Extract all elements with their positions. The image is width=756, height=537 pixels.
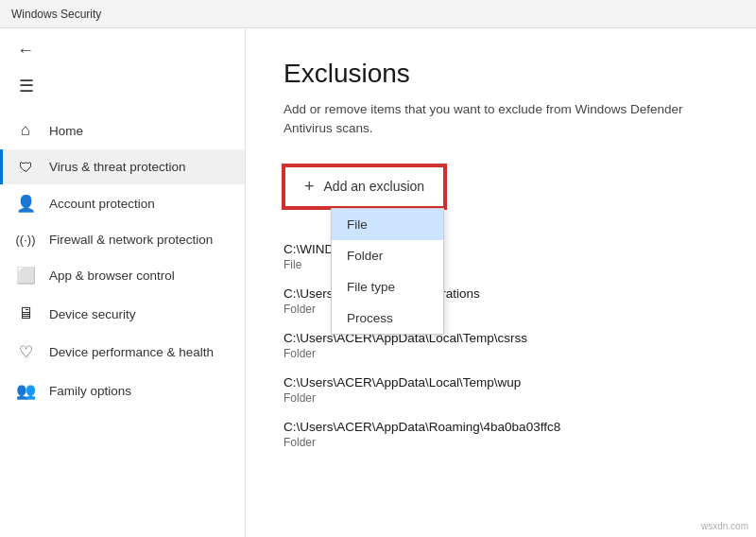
- back-button[interactable]: ←: [11, 38, 40, 62]
- sidebar-item-device-health-label: Device performance & health: [49, 345, 230, 359]
- sidebar-item-home-label: Home: [49, 124, 230, 138]
- title-bar-text: Windows Security: [11, 8, 101, 21]
- sidebar-item-account[interactable]: 👤 Account protection: [0, 184, 245, 223]
- sidebar-item-family-label: Family options: [49, 384, 230, 398]
- title-bar: Windows Security: [0, 0, 756, 28]
- home-icon: ⌂: [15, 121, 36, 140]
- dropdown-item-file[interactable]: File: [332, 209, 443, 240]
- sidebar-top: ←: [0, 28, 245, 72]
- sidebar: ← ☰ ⌂ Home 🛡 Virus & threat protection 👤…: [0, 28, 246, 537]
- sidebar-item-family[interactable]: 👥 Family options: [0, 372, 245, 410]
- menu-icon[interactable]: ☰: [13, 73, 40, 99]
- exclusion-type-2: Folder: [284, 347, 718, 360]
- sidebar-item-virus-label: Virus & threat protection: [49, 160, 230, 174]
- virus-icon: 🛡: [15, 159, 36, 175]
- exclusion-path-4: C:\Users\ACER\AppData\Roaming\4ba0ba03ff…: [284, 420, 718, 434]
- sidebar-item-firewall-label: Firewall & network protection: [49, 233, 230, 247]
- add-exclusion-button[interactable]: + Add an exclusion: [284, 165, 445, 208]
- firewall-icon: ((·)): [15, 233, 36, 247]
- sidebar-item-device-security-label: Device security: [49, 307, 230, 321]
- app-body: ← ☰ ⌂ Home 🛡 Virus & threat protection 👤…: [0, 28, 756, 537]
- exclusion-path-3: C:\Users\ACER\AppData\Local\Temp\wup: [284, 375, 718, 390]
- exclusion-item-3: C:\Users\ACER\AppData\Local\Temp\wup Fol…: [284, 375, 718, 405]
- sidebar-item-virus[interactable]: 🛡 Virus & threat protection: [0, 149, 245, 184]
- dropdown-item-filetype[interactable]: File type: [332, 271, 443, 303]
- sidebar-item-device-health[interactable]: ♡ Device performance & health: [0, 333, 245, 372]
- sidebar-item-app-label: App & browser control: [49, 268, 230, 283]
- main-content: Exclusions Add or remove items that you …: [246, 28, 756, 537]
- add-exclusion-wrapper: + Add an exclusion File Folder File type…: [284, 165, 445, 208]
- account-icon: 👤: [15, 194, 36, 214]
- family-icon: 👥: [15, 381, 36, 401]
- app-icon: ⬜: [15, 266, 36, 286]
- device-health-icon: ♡: [15, 342, 36, 362]
- add-exclusion-label: Add an exclusion: [324, 179, 425, 194]
- sidebar-item-firewall[interactable]: ((·)) Firewall & network protection: [0, 223, 245, 256]
- sidebar-item-app[interactable]: ⬜ App & browser control: [0, 256, 245, 295]
- dropdown-item-process[interactable]: Process: [332, 303, 443, 334]
- device-security-icon: 🖥: [15, 304, 36, 323]
- page-description: Add or remove items that you want to exc…: [284, 100, 718, 139]
- page-title: Exclusions: [284, 59, 718, 89]
- exclusion-item-2: C:\Users\ACER\AppData\Local\Temp\csrss F…: [284, 331, 718, 360]
- sidebar-item-account-label: Account protection: [49, 197, 230, 211]
- exclusion-item-4: C:\Users\ACER\AppData\Roaming\4ba0ba03ff…: [284, 420, 718, 449]
- sidebar-nav: ⌂ Home 🛡 Virus & threat protection 👤 Acc…: [0, 112, 245, 410]
- plus-icon: +: [304, 177, 315, 197]
- exclusion-type-3: Folder: [284, 391, 718, 405]
- dropdown-item-folder[interactable]: Folder: [332, 240, 443, 271]
- exclusion-type-4: Folder: [284, 436, 718, 449]
- sidebar-item-device-security[interactable]: 🖥 Device security: [0, 295, 245, 333]
- exclusion-dropdown: File Folder File type Process: [331, 208, 444, 335]
- sidebar-item-home[interactable]: ⌂ Home: [0, 112, 245, 149]
